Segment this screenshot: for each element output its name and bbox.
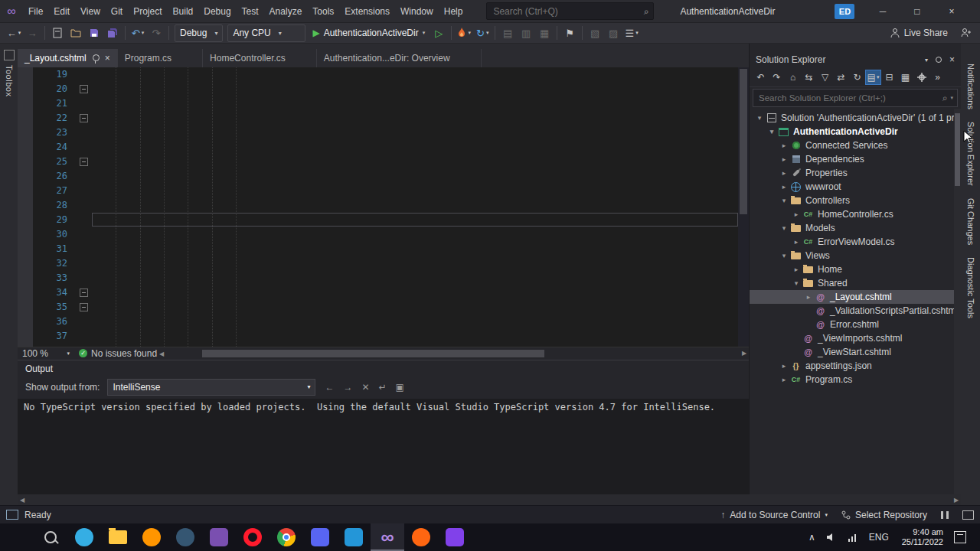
expander-icon[interactable]: ▸	[779, 155, 789, 163]
tree-item[interactable]: ▸ wwwroot	[750, 180, 961, 194]
menu-item[interactable]: View	[75, 0, 106, 23]
steam-app-icon[interactable]	[168, 523, 202, 551]
redo-button[interactable]: ↷	[147, 24, 165, 42]
autohide-tab[interactable]: Git Changes	[966, 198, 975, 245]
menu-item[interactable]: Git	[106, 0, 128, 23]
code-line[interactable]: 24 </li>	[18, 140, 749, 155]
solution-explorer-scrollbar[interactable]	[954, 109, 961, 494]
document-tab[interactable]: Authentication...eDir: Overview ×	[317, 49, 482, 67]
tree-item[interactable]: @ _ViewStart.cshtml	[750, 345, 961, 359]
vscode-app-icon[interactable]	[337, 523, 371, 551]
tree-item[interactable]: ▾ Controllers	[750, 194, 961, 207]
command-window-button[interactable]: ▨	[604, 24, 622, 42]
undo-button[interactable]: ↶▾	[129, 24, 147, 42]
expander-icon[interactable]: ▾	[766, 128, 777, 135]
autohide-tab[interactable]: Notifications	[966, 64, 975, 109]
show-all-files-icon[interactable]: ▦	[897, 70, 913, 85]
collapse-all-icon[interactable]: ⊟	[881, 70, 897, 85]
code-line[interactable]: 35 <main role="main" class="pb-3">	[18, 300, 749, 315]
clock[interactable]: 9:40 am 25/11/2022	[902, 527, 943, 547]
store-app-icon[interactable]	[438, 523, 472, 551]
fold-marker-icon[interactable]	[80, 114, 88, 122]
feedback-button[interactable]	[957, 24, 975, 42]
select-repository-button[interactable]: Select Repository	[841, 510, 927, 520]
expander-icon[interactable]: ▾	[754, 114, 765, 122]
solution-configuration-dropdown[interactable]: Debug▾	[175, 24, 223, 42]
save-all-button[interactable]	[103, 24, 122, 42]
find-in-files-button[interactable]: ▧	[586, 24, 604, 42]
fold-margin[interactable]	[75, 300, 92, 315]
fold-margin[interactable]	[75, 198, 92, 213]
quick-search-box[interactable]: ⌕	[486, 2, 654, 20]
fold-marker-icon[interactable]	[80, 85, 88, 93]
expander-icon[interactable]: ▸	[779, 142, 789, 149]
file-explorer-app-icon[interactable]	[101, 523, 135, 551]
breakpoint-margin[interactable]	[18, 329, 33, 344]
previous-message-icon[interactable]: ←	[325, 382, 334, 393]
menu-item[interactable]: Extensions	[339, 0, 395, 23]
start-button[interactable]	[0, 523, 34, 551]
menu-item[interactable]: Edit	[48, 0, 75, 23]
tree-item[interactable]: ▾ Views	[750, 249, 961, 262]
open-file-button[interactable]	[67, 24, 85, 42]
menu-item[interactable]: Test	[237, 0, 264, 23]
breakpoint-margin[interactable]	[18, 198, 33, 213]
scroll-left-arrow[interactable]: ◀	[157, 350, 166, 357]
scrollbar-thumb[interactable]	[955, 113, 960, 186]
firefox-app-icon[interactable]	[135, 523, 168, 551]
code-line[interactable]: 29 <p class="nav navbar-text">Hello, @Us…	[18, 213, 749, 227]
expander-icon[interactable]: ▸	[803, 293, 814, 301]
code-editor[interactable]: 19 </button> 20	[18, 67, 749, 347]
expander-icon[interactable]: ▸	[779, 376, 789, 383]
close-panel-icon[interactable]: ×	[949, 54, 955, 65]
toolbox-autohide-tab[interactable]: Toolbox	[0, 44, 18, 505]
tree-item[interactable]: @ _ValidationScriptsPartial.cshtml	[750, 304, 961, 318]
fold-margin[interactable]	[75, 111, 92, 126]
code-line[interactable]: 21 <ul class="navbar-nav flex-grow-1">	[18, 96, 749, 111]
tree-item[interactable]: @ _ViewImports.cshtml	[750, 331, 961, 345]
live-share-button[interactable]: Live Share	[890, 28, 948, 38]
fold-margin[interactable]	[75, 82, 92, 96]
menu-item[interactable]: Help	[439, 0, 469, 23]
document-tab[interactable]: Program.cs ×	[118, 49, 203, 67]
toolbar-options-button[interactable]: ☰▾	[622, 24, 641, 42]
menu-item[interactable]: Tools	[307, 0, 339, 23]
breakpoint-margin[interactable]	[18, 155, 33, 169]
fold-margin[interactable]	[75, 256, 92, 271]
breakpoint-margin[interactable]	[18, 271, 33, 285]
breakpoint-margin[interactable]	[18, 126, 33, 140]
scroll-left-arrow[interactable]: ◀	[18, 497, 27, 504]
volume-icon[interactable]	[826, 533, 837, 542]
scrollbar-thumb[interactable]	[740, 69, 747, 214]
fold-margin[interactable]	[75, 344, 92, 347]
expander-icon[interactable]: ▸	[791, 210, 802, 218]
code-line[interactable]: 34 <div class="container">	[18, 285, 749, 300]
menu-item[interactable]: Project	[128, 0, 167, 23]
hot-reload-button[interactable]: ▾	[455, 24, 473, 42]
expander-icon[interactable]: ▸	[779, 362, 789, 370]
fold-margin[interactable]	[75, 126, 92, 140]
start-debugging-button[interactable]: ▶ AuthenticationActiveDir ▾	[308, 24, 430, 42]
code-line[interactable]: 25 <li class="nav-item">	[18, 155, 749, 169]
expander-icon[interactable]: ▸	[779, 183, 789, 191]
search-button[interactable]	[34, 523, 67, 551]
expander-icon[interactable]: ▾	[779, 224, 789, 232]
notification-center-icon[interactable]	[954, 531, 966, 543]
bottom-horizontal-scrollbar[interactable]: ◀ ▶	[18, 494, 961, 505]
expander-icon[interactable]: ▾	[779, 252, 789, 259]
step-over-button[interactable]: ▥	[517, 24, 535, 42]
editor-vertical-scrollbar[interactable]	[738, 67, 749, 347]
restart-application-button[interactable]: ↻▾	[473, 24, 492, 42]
fold-marker-icon[interactable]	[80, 158, 88, 166]
tree-item[interactable]: ▸ Dependencies	[750, 152, 961, 166]
autohide-tab[interactable]: Diagnostic Tools	[966, 257, 975, 318]
save-button[interactable]	[85, 24, 103, 42]
home-icon[interactable]: ⌂	[785, 70, 801, 85]
tree-item[interactable]: ▾ Shared	[750, 276, 961, 290]
fold-margin[interactable]	[75, 67, 92, 82]
breakpoint-margin[interactable]	[18, 315, 33, 329]
next-message-icon[interactable]: →	[343, 382, 352, 393]
tree-item[interactable]: ▾ AuthenticationActiveDir	[750, 125, 961, 139]
pin-icon[interactable]	[93, 54, 100, 61]
firefox-developer-app-icon[interactable]	[404, 523, 438, 551]
